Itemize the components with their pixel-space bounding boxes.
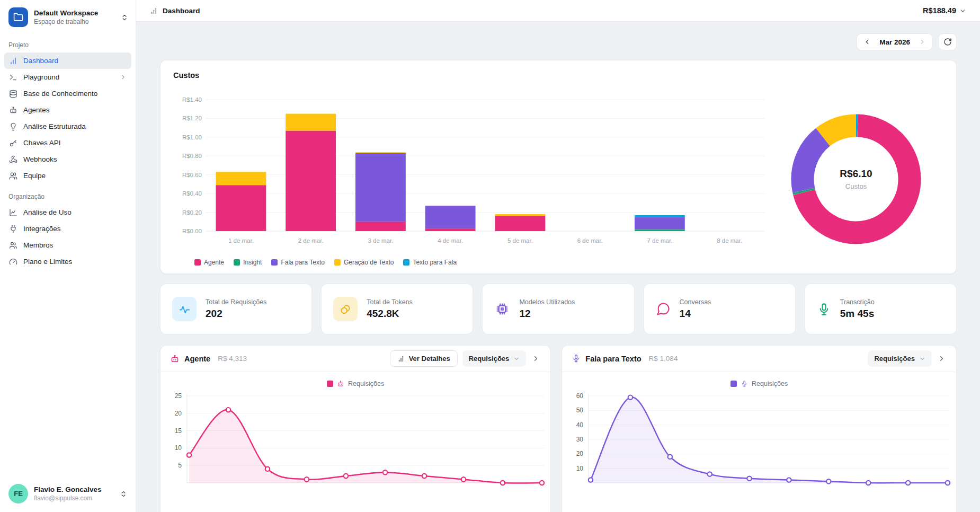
stat-value: 5m 45s — [840, 308, 875, 320]
svg-text:6 de mar.: 6 de mar. — [577, 237, 603, 244]
main-area: Dashboard R$188.49 Mar 2026 Custos R$0.0… — [136, 0, 980, 512]
previous-month-button[interactable] — [863, 38, 871, 46]
balance-value: R$188.49 — [923, 6, 956, 15]
costs-card-title: Custos — [173, 71, 943, 80]
svg-text:R$0.80: R$0.80 — [182, 153, 202, 159]
svg-text:10: 10 — [175, 444, 182, 452]
svg-text:10: 10 — [576, 465, 584, 472]
chevron-up-down-icon — [120, 490, 127, 498]
stacked-bar-chart: R$0.00R$0.20R$0.40R$0.60R$0.80R$1.00R$1.… — [173, 92, 769, 254]
panel-expand-button[interactable] — [937, 355, 947, 363]
sidebar-item-dashboard[interactable]: Dashboard — [4, 52, 131, 69]
svg-text:25: 25 — [175, 392, 182, 400]
stat-value: 14 — [680, 308, 711, 320]
sidebar-item-chaves-api[interactable]: Chaves API — [4, 135, 131, 151]
panel-title: Agente — [184, 355, 210, 363]
stat-value: 12 — [519, 308, 575, 320]
legend-swatch — [730, 381, 737, 387]
legend-item: Fala para Texto — [271, 259, 325, 266]
workspace-folder-icon — [8, 7, 28, 27]
sidebar-item-membros[interactable]: Membros — [4, 237, 131, 253]
workspace-subtitle: Espaço de trabalho — [34, 18, 98, 25]
mic-icon — [741, 380, 748, 387]
sidebar-item-label: Base de Conhecimento — [23, 90, 97, 98]
chevron-down-icon — [513, 356, 520, 362]
users-icon — [9, 241, 17, 250]
chart-legend: Requisições — [161, 380, 550, 387]
plug-icon — [9, 225, 17, 233]
svg-text:R$0.00: R$0.00 — [182, 228, 202, 234]
activity-icon — [172, 297, 197, 321]
svg-text:2 de mar.: 2 de mar. — [298, 237, 324, 244]
stat-card-modelos: Modelos Utilizados12 — [482, 284, 634, 334]
dashboard-content: Mar 2026 Custos R$0.00R$0.20R$0.40R$0.60… — [136, 22, 980, 512]
sidebar-item-equipe[interactable]: Equipe — [4, 167, 131, 184]
sidebar-item-label: Dashboard — [23, 57, 58, 65]
fala-para-texto-panel: Fala para Texto R$ 1,084 Requisições Req… — [562, 345, 957, 512]
ver-detalhes-button[interactable]: Ver Detalhes — [390, 350, 458, 367]
agente-line-chart: 252015105 — [163, 389, 551, 512]
sidebar-item-label: Análise de Uso — [23, 208, 72, 216]
sidebar-item-analise-de-uso[interactable]: Análise de Uso — [4, 204, 131, 220]
breadcrumb[interactable]: Dashboard — [150, 7, 200, 15]
sidebar-item-analise-estruturada[interactable]: Análise Estruturada — [4, 118, 131, 135]
sidebar-item-plano-e-limites[interactable]: Plano e Limites — [4, 253, 131, 270]
costs-card: Custos R$0.00R$0.20R$0.40R$0.60R$0.80R$1… — [160, 60, 957, 274]
svg-text:20: 20 — [576, 450, 584, 457]
svg-text:40: 40 — [576, 421, 584, 429]
key-icon — [9, 139, 17, 147]
sidebar-item-integracoes[interactable]: Integrações — [4, 220, 131, 237]
svg-text:60: 60 — [576, 392, 584, 400]
balance-menu[interactable]: R$188.49 — [923, 6, 966, 15]
svg-text:50: 50 — [576, 407, 584, 414]
panel-title: Fala para Texto — [585, 355, 641, 363]
coins-icon — [333, 297, 358, 321]
lightbulb-icon — [9, 122, 17, 131]
sidebar: Default Workspace Espaço de trabalho Pro… — [0, 0, 136, 512]
sidebar-item-webhooks[interactable]: Webhooks — [4, 151, 131, 167]
metric-dropdown[interactable]: Requisições — [462, 350, 527, 367]
svg-text:R$1.40: R$1.40 — [182, 96, 202, 103]
svg-text:20: 20 — [175, 410, 182, 417]
bar-chart-icon — [150, 7, 158, 15]
workspace-switcher[interactable]: Default Workspace Espaço de trabalho — [0, 0, 136, 32]
refresh-button[interactable] — [938, 33, 957, 50]
stat-label: Transcrição — [840, 298, 875, 306]
section-label-projeto: Projeto — [0, 32, 136, 52]
chevron-down-icon — [919, 356, 925, 362]
section-label-organizacao: Organização — [0, 184, 136, 204]
next-month-button[interactable] — [919, 38, 926, 46]
chat-icon — [656, 302, 671, 316]
stat-label: Total de Tokens — [367, 298, 413, 306]
legend-swatch — [327, 381, 333, 387]
panel-amount: R$ 1,084 — [649, 355, 678, 363]
sidebar-item-agentes[interactable]: Agentes — [4, 102, 131, 118]
chart-legend: AgenteInsightFala para TextoGeração de T… — [173, 259, 769, 266]
sidebar-item-label: Chaves API — [23, 139, 61, 147]
agente-panel: Agente R$ 4,313 Ver Detalhes Requisições — [160, 345, 551, 512]
line-chart-icon — [9, 208, 17, 217]
panel-amount: R$ 4,313 — [218, 355, 247, 363]
sidebar-item-playground[interactable]: Playground — [4, 69, 131, 85]
costs-bar-chart: R$0.00R$0.20R$0.40R$0.60R$0.80R$1.00R$1.… — [173, 92, 769, 266]
bar-chart-icon — [9, 57, 17, 65]
svg-text:R$1.00: R$1.00 — [182, 134, 202, 140]
user-menu[interactable]: FE Flavio E. Goncalves flavio@sippulse.c… — [0, 475, 136, 512]
users-icon — [9, 172, 17, 180]
svg-text:R$0.20: R$0.20 — [182, 209, 202, 216]
svg-text:R$0.40: R$0.40 — [182, 190, 202, 197]
legend-item: Agente — [194, 259, 224, 266]
robot-icon — [170, 354, 180, 364]
sidebar-item-label: Plano e Limites — [23, 258, 72, 266]
stat-card-transcricao: Transcrição5m 45s — [805, 284, 957, 334]
panel-expand-button[interactable] — [531, 355, 541, 363]
sidebar-item-label: Playground — [23, 73, 59, 81]
metric-dropdown[interactable]: Requisições — [868, 350, 932, 367]
sidebar-item-label: Membros — [23, 241, 53, 249]
svg-text:R$0.60: R$0.60 — [182, 172, 202, 178]
svg-text:8 de mar.: 8 de mar. — [717, 237, 742, 244]
svg-text:3 de mar.: 3 de mar. — [368, 237, 393, 244]
chevron-right-icon — [120, 74, 127, 81]
sidebar-item-label: Integrações — [23, 225, 61, 233]
sidebar-item-base-de-conhecimento[interactable]: Base de Conhecimento — [4, 85, 131, 102]
